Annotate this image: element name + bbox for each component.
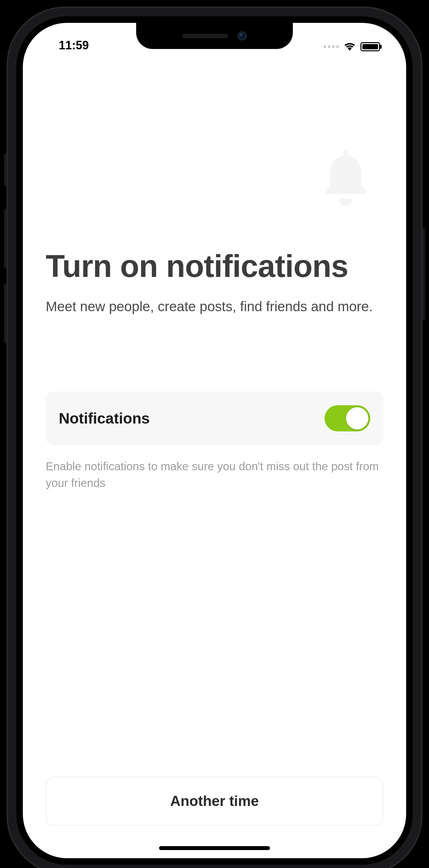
silent-switch (4, 154, 6, 186)
device-frame: 11:59 (6, 6, 423, 868)
bell-icon (318, 147, 373, 209)
status-time: 11:59 (42, 38, 89, 52)
screen: 11:59 (23, 23, 406, 858)
page-title: Turn on notifications (46, 248, 383, 284)
content-area: Turn on notifications Meet new people, c… (23, 23, 406, 858)
volume-down-button (4, 284, 6, 343)
wifi-icon (343, 41, 356, 52)
front-camera (238, 31, 247, 40)
toggle-label: Notifications (59, 409, 150, 427)
notch (136, 23, 293, 49)
power-button (423, 228, 425, 320)
hero-illustration (46, 56, 383, 209)
home-indicator[interactable] (159, 846, 270, 850)
status-icons (324, 41, 387, 52)
cellular-icon (324, 45, 339, 48)
volume-up-button (4, 209, 6, 268)
notifications-toggle[interactable] (325, 405, 370, 431)
page-subtitle: Meet new people, create posts, find frie… (46, 297, 383, 316)
notifications-toggle-card: Notifications (46, 392, 383, 445)
toggle-helper-text: Enable notifications to make sure you do… (46, 458, 383, 492)
device-bezel: 11:59 (16, 16, 413, 865)
toggle-knob (346, 407, 368, 429)
another-time-button[interactable]: Another time (46, 777, 383, 826)
battery-icon (361, 42, 380, 51)
speaker (182, 34, 228, 38)
